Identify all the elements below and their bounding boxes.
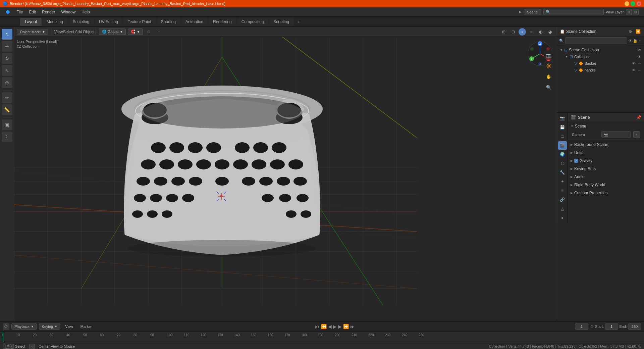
play-btn[interactable]: ▶ bbox=[333, 324, 337, 329]
xray-toggle[interactable]: ⊡ bbox=[509, 28, 517, 36]
next-keyframe-btn[interactable]: ⏩ bbox=[343, 324, 349, 329]
search-input-header[interactable]: 🔍 bbox=[543, 9, 604, 15]
prev-keyframe-btn[interactable]: ⏪ bbox=[321, 324, 327, 329]
outliner-filter-icon[interactable]: 🔽 bbox=[635, 28, 641, 35]
render-btn[interactable]: 🔆 bbox=[544, 61, 553, 70]
jump-to-end-btn[interactable]: ⏭ bbox=[350, 324, 355, 329]
scene-section-header[interactable]: ▼ Scene bbox=[568, 122, 644, 130]
keying-dropdown[interactable]: Keying ▼ bbox=[39, 323, 61, 330]
end-frame-input[interactable] bbox=[628, 323, 641, 330]
tab-texture-paint[interactable]: Texture Paint bbox=[123, 18, 156, 26]
step-back-btn[interactable]: ◀ bbox=[328, 324, 332, 329]
timeline-mode-btn[interactable]: ⏱ bbox=[3, 323, 9, 330]
object-mode-dropdown[interactable]: Object Mode ▼ bbox=[17, 29, 48, 35]
playback-dropdown[interactable]: Playback ▼ bbox=[11, 323, 37, 330]
add-menu[interactable]: Add bbox=[74, 28, 83, 36]
material-props-btn[interactable]: ● bbox=[558, 213, 567, 222]
tool-add-curve[interactable]: ⌇ bbox=[2, 132, 12, 142]
rigid-body-world-header[interactable]: ▶ Rigid Body World bbox=[568, 181, 644, 189]
collection-visibility[interactable]: 👁 bbox=[638, 55, 641, 59]
snap-dropdown[interactable]: 🧲 ▼ bbox=[128, 29, 143, 35]
tool-rotate[interactable]: ↻ bbox=[2, 53, 12, 64]
tool-scale[interactable]: ⤡ bbox=[2, 65, 12, 76]
constraints-props-btn[interactable]: 🔗 bbox=[558, 195, 567, 204]
handle-visibility[interactable]: 👁 bbox=[632, 68, 636, 72]
hand-btn[interactable]: ✋ bbox=[544, 72, 553, 81]
tool-transform[interactable]: ⊕ bbox=[2, 77, 12, 88]
timeline-marker-menu[interactable]: Marker bbox=[78, 324, 95, 329]
scene-collection-item[interactable]: ▼ ⊟ Scene Collection 👁 bbox=[558, 47, 643, 53]
maximize-button[interactable]: □ bbox=[631, 1, 635, 6]
header-icon-1[interactable]: ⊞ bbox=[626, 9, 632, 15]
viewport[interactable]: Object Mode ▼ View Select Add Object 🌐 G… bbox=[14, 27, 557, 321]
tab-shading[interactable]: Shading bbox=[156, 18, 180, 26]
proportional-editing[interactable]: ⊙ bbox=[145, 28, 153, 36]
scene-dropdown[interactable]: Scene bbox=[524, 9, 541, 15]
tab-uv-editing[interactable]: UV Editing bbox=[94, 18, 123, 26]
particles-props-btn[interactable]: ✦ bbox=[558, 177, 567, 186]
tool-measure[interactable]: 📏 bbox=[2, 104, 12, 115]
solid-shading[interactable]: ● bbox=[519, 28, 526, 36]
camera-view-btn[interactable]: 📷 bbox=[544, 50, 553, 60]
step-forward-btn[interactable]: ▶ bbox=[338, 324, 342, 329]
current-frame-input[interactable] bbox=[575, 323, 588, 330]
tab-compositing[interactable]: Compositing bbox=[237, 18, 269, 26]
tab-scripting[interactable]: Scripting bbox=[269, 18, 294, 26]
tool-annotate[interactable]: ✏ bbox=[2, 92, 12, 103]
camera-new-btn[interactable]: + bbox=[633, 131, 640, 138]
tab-modeling[interactable]: Modeling bbox=[42, 18, 68, 26]
wireframe-shading[interactable]: ○ bbox=[527, 28, 535, 36]
gravity-checkbox[interactable]: ✓ bbox=[574, 159, 578, 163]
minimize-button[interactable]: — bbox=[625, 1, 629, 6]
menu-window[interactable]: Window bbox=[58, 9, 78, 15]
units-section-header[interactable]: ▶ Units bbox=[568, 149, 644, 157]
basket-item[interactable]: ▷ ▽ 🔶 Basket 👁 ↔ bbox=[569, 60, 643, 67]
menu-render[interactable]: Render bbox=[39, 9, 58, 15]
outliner-toggle-3[interactable]: ↔ bbox=[638, 39, 642, 43]
scene-collection-visibility[interactable]: 👁 bbox=[638, 48, 641, 52]
tab-layout[interactable]: Layout bbox=[20, 18, 42, 26]
viewport-canvas[interactable]: User Perspective (Local) (1) Collection … bbox=[14, 37, 557, 321]
global-dropdown[interactable]: 🌐 Global ▼ bbox=[99, 29, 126, 35]
tool-cursor[interactable]: ↖ bbox=[2, 29, 12, 40]
jump-to-start-btn[interactable]: ⏮ bbox=[315, 324, 320, 329]
scene-props-btn[interactable]: 🎬 bbox=[558, 141, 567, 150]
select-menu[interactable]: Select bbox=[64, 28, 72, 36]
close-button[interactable]: ✕ bbox=[637, 1, 641, 6]
timeline-view-menu[interactable]: View bbox=[62, 324, 76, 329]
outliner-toggle-2[interactable]: 🔒 bbox=[633, 39, 638, 43]
header-icon-2[interactable]: ⊟ bbox=[633, 9, 639, 15]
custom-props-header[interactable]: ▶ Custom Properties bbox=[568, 189, 644, 197]
outliner-filter[interactable]: ⚙ bbox=[627, 28, 634, 35]
collection-item[interactable]: ▼ ⊟ Collection 👁 bbox=[564, 53, 643, 60]
timeline-ruler[interactable]: 1 10 20 30 40 50 60 70 80 90 100 110 120… bbox=[0, 332, 644, 342]
menu-help[interactable]: Help bbox=[79, 9, 93, 15]
camera-value[interactable]: 📷 bbox=[601, 131, 631, 138]
menu-edit[interactable]: Edit bbox=[26, 9, 39, 15]
add-workspace-button[interactable]: + bbox=[294, 17, 304, 26]
tab-rendering[interactable]: Rendering bbox=[208, 18, 236, 26]
material-preview[interactable]: ◐ bbox=[537, 28, 545, 36]
tab-sculpting[interactable]: Sculpting bbox=[68, 18, 94, 26]
output-props-btn[interactable]: 💾 bbox=[558, 123, 567, 132]
start-frame-input[interactable] bbox=[605, 323, 618, 330]
basket-lock[interactable]: ↔ bbox=[638, 61, 641, 65]
transform-gizmo[interactable]: ↔ bbox=[155, 28, 163, 36]
modifier-props-btn[interactable]: 🔧 bbox=[558, 168, 567, 177]
object-props-btn[interactable]: ⬡ bbox=[558, 159, 567, 168]
outliner-search-input[interactable] bbox=[565, 37, 627, 44]
handle-item[interactable]: ▷ ▽ 🔶 handle 👁 ↔ bbox=[569, 67, 643, 73]
bg-scene-section-header[interactable]: ▶ Background Scene bbox=[568, 141, 644, 149]
view-layer-props-btn[interactable]: 🗂 bbox=[558, 132, 567, 141]
data-props-btn[interactable]: △ bbox=[558, 204, 567, 213]
basket-visibility[interactable]: 👁 bbox=[632, 61, 636, 65]
audio-section-header[interactable]: ▶ Audio bbox=[568, 173, 644, 181]
gravity-section-header[interactable]: ▶ ✓ Gravity bbox=[568, 157, 644, 165]
blender-logo[interactable]: 🔵 bbox=[3, 1, 8, 6]
tool-add-cube[interactable]: ▣ bbox=[2, 119, 12, 130]
tab-animation[interactable]: Animation bbox=[181, 18, 208, 26]
physics-props-btn[interactable]: ⚛ bbox=[558, 186, 567, 195]
outliner-toggle-1[interactable]: 👁 bbox=[629, 39, 632, 43]
render-props-btn[interactable]: 📷 bbox=[558, 114, 567, 122]
search-viewport-btn[interactable]: 🔍 bbox=[544, 83, 553, 92]
